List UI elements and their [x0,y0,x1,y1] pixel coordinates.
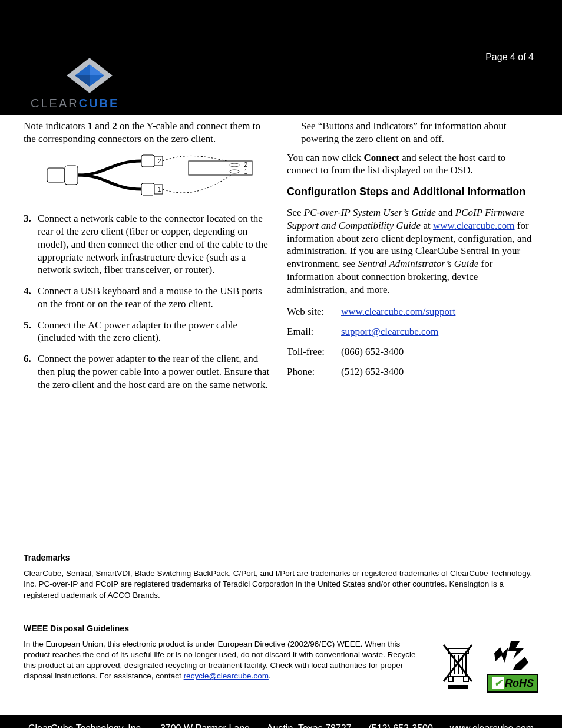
legal-section: Trademarks ClearCube, Sentral, SmartVDI,… [0,552,562,693]
weee-heading: WEEE Disposal Guidelines [24,623,538,634]
contact-tollfree-row: Toll-free: (866) 652-3400 [287,342,461,362]
svg-rect-6 [141,155,154,167]
svg-rect-22 [464,677,468,681]
config-heading: Configuration Steps and Additional Infor… [287,185,534,200]
tollfree-value: (866) 652-3400 [341,342,461,362]
weee-block: WEEE Disposal Guidelines In the European… [24,623,538,693]
contact-website-row: Web site: www.clearcube.com/support [287,302,461,322]
config-paragraph: See PC-over-IP System User’s Guide and P… [287,206,534,296]
contact-phone-row: Phone: (512) 652-3400 [287,362,461,382]
trademarks-block: Trademarks ClearCube, Sentral, SmartVDI,… [24,552,538,601]
header-band: Page 4 of 4 CLEARCUBE [0,0,562,115]
step-4: 4.Connect a USB keyboard and a mouse to … [24,285,270,311]
website-link[interactable]: www.clearcube.com/support [341,306,455,317]
logo-cube: CUBE [79,97,120,110]
phone-value: (512) 652-3400 [341,362,461,382]
recycle-email-link[interactable]: recycle@clearcube.com [184,671,269,680]
rohs-badge: ✔ RoHS [487,639,538,693]
step-6: 6.Connect the power adapter to the rear … [24,353,270,391]
logo-text: CLEARCUBE [31,97,148,110]
svg-text:1: 1 [158,186,161,193]
contact-table: Web site: www.clearcube.com/support Emai… [287,302,461,381]
setup-steps: 3.Connect a network cable to the connect… [24,212,270,391]
buttons-indicators-note: See “Buttons and Indicators” for informa… [287,120,534,146]
svg-rect-12 [189,161,252,175]
svg-rect-9 [141,183,154,195]
email-label: Email: [287,322,341,342]
page-number: Page 4 of 4 [485,52,534,62]
footer-phone: (512) 652-3500 [366,723,435,728]
step-5: 5.Connect the AC power adapter to the po… [24,319,270,345]
footer-url: www.clearcube.com [448,723,536,728]
footer-address1: 3700 W Parmer Lane [158,723,252,728]
step-3: 3.Connect a network cable to the connect… [24,212,270,276]
connect-note: You can now click Connect and select the… [287,151,534,177]
right-column: See “Buttons and Indicators” for informa… [287,120,534,399]
svg-rect-5 [65,166,78,185]
svg-text:1: 1 [244,169,247,175]
left-column: Note indicators 1 and 2 on the Y-cable a… [24,120,270,399]
footer-band: ClearCube Technology, Inc. 3700 W Parmer… [0,715,562,728]
email-link[interactable]: support@clearcube.com [341,326,438,337]
logo-clear: CLEAR [31,97,79,110]
contact-email-row: Email: support@clearcube.com [287,322,461,342]
trademarks-heading: Trademarks [24,552,538,564]
clearcube-link[interactable]: www.clearcube.com [433,220,515,231]
logo-diamond-icon [67,58,113,93]
footer-company: ClearCube Technology, Inc. [26,723,146,728]
phone-label: Phone: [287,362,341,382]
svg-text:2: 2 [158,158,161,164]
ycable-note: Note indicators 1 and 2 on the Y-cable a… [24,120,270,146]
trademarks-body: ClearCube, Sentral, SmartVDI, Blade Swit… [24,568,538,601]
svg-rect-21 [448,677,453,681]
website-label: Web site: [287,302,341,322]
weee-body: In the European Union, this electronic p… [24,639,428,682]
clearcube-logo: CLEARCUBE [31,58,148,110]
footer-address2: Austin, Texas 78727 [265,723,354,728]
ycable-figure: 2 1 2 1 [41,151,270,202]
check-icon: ✔ [492,677,504,689]
weee-bin-icon [440,643,477,693]
svg-text:2: 2 [244,162,247,168]
recycle-icon [487,639,534,671]
rohs-label: RoHS [505,676,534,690]
tollfree-label: Toll-free: [287,342,341,362]
svg-rect-4 [47,168,65,182]
svg-rect-25 [448,685,468,689]
